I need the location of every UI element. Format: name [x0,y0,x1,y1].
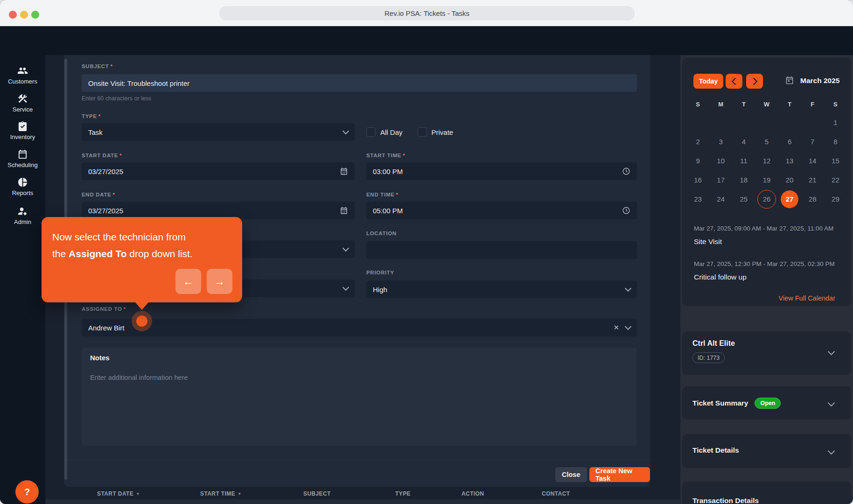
end-time-input[interactable]: 05:00 PM [366,202,637,219]
close-button[interactable]: Close [555,467,587,482]
calendar-day-26[interactable]: 26 [755,189,778,209]
clock-icon[interactable] [622,206,630,215]
calendar-day-10[interactable]: 10 [709,151,732,170]
private-checkbox[interactable] [418,127,427,137]
sidebar-item-service[interactable]: Service [0,93,45,113]
calendar-day-14[interactable]: 14 [801,151,824,170]
calendar-day-24[interactable]: 24 [709,189,732,209]
calendar-next-button[interactable] [746,74,763,89]
column-header-type: TYPE [395,490,411,497]
assigned-to-select[interactable]: Andrew Birt ✕ [82,319,637,336]
calendar-day-23[interactable]: 23 [686,189,709,209]
start-date-input[interactable]: 03/27/2025 [82,162,355,180]
calendar-day-7[interactable]: 7 [801,132,824,151]
clock-icon[interactable] [622,167,630,175]
notes-textarea[interactable]: Notes Enter additional information here [82,348,637,446]
tooltip-line2-pre: the [52,248,69,259]
calendar-day-16[interactable]: 16 [686,170,709,189]
window-zoom-icon[interactable] [31,11,39,19]
sidebar-item-scheduling[interactable]: Scheduling [0,149,45,168]
type-select[interactable]: Task [82,123,355,141]
transaction-details-title: Transaction Details [692,497,759,504]
calendar-day-21[interactable]: 21 [801,170,824,189]
tour-next-button[interactable]: → [207,269,232,294]
chevron-right-icon [750,77,757,85]
all-day-checkbox[interactable] [366,127,376,137]
person-gear-icon [17,206,28,217]
calendar-day-5[interactable]: 5 [755,132,778,151]
end-time-label-text: END TIME [366,192,395,197]
calendar-day-9[interactable]: 9 [686,151,709,170]
calendar-day-19[interactable]: 19 [755,170,778,189]
company-card: Ctrl Alt Elite ID: 1773 [682,331,851,375]
calendar-day-18[interactable]: 18 [732,170,755,189]
view-full-calendar-link[interactable]: View Full Calendar [779,294,835,302]
calendar-day-8[interactable]: 8 [824,132,847,151]
calendar-prev-button[interactable] [726,74,742,89]
assigned-to-label-text: ASSIGNED TO [82,306,122,312]
assigned-to-value: Andrew Birt [88,324,125,332]
window-minimize-icon[interactable] [20,11,28,19]
chevron-down-icon [625,285,631,292]
create-new-task-button[interactable]: Create New Task [589,467,650,482]
calendar-icon[interactable] [340,206,348,215]
left-sidebar: CustomersServiceInventorySchedulingRepor… [0,55,45,504]
today-button[interactable]: Today [693,74,723,89]
sidebar-item-inventory[interactable]: Inventory [0,121,45,140]
sidebar-item-admin[interactable]: Admin [0,206,45,225]
calendar-day-15[interactable]: 15 [824,151,847,170]
calendar-day-11[interactable]: 11 [732,151,755,170]
app-window: Rev.io PSA: Tickets - Tasks Send Feedbac… [0,0,853,504]
calendar-day-4[interactable]: 4 [732,132,755,151]
event-title[interactable]: Site Visit [694,238,722,246]
subject-label-text: SUBJECT [82,63,109,69]
subject-input[interactable]: Onsite Visit: Troubleshoot printer [82,74,637,92]
tour-pulse-beacon[interactable] [132,311,152,331]
calendar-day-12[interactable]: 12 [755,151,778,170]
column-header-action: ACTION [461,490,484,497]
event-time: Mar 27, 2025, 09:00 AM - Mar 27, 2025, 1… [694,225,833,232]
tour-pulse-dot [136,315,147,327]
window-close-icon[interactable] [9,11,17,19]
calendar-day-22[interactable]: 22 [824,170,847,189]
sidebar-item-reports[interactable]: Reports [0,177,45,196]
calendar-day-20[interactable]: 20 [778,170,801,189]
priority-label: PRIORITY [366,270,394,275]
tour-tooltip-text: Now select the technician from the Assig… [52,229,234,262]
calendar-day-28[interactable]: 28 [801,189,824,209]
calendar-day-13[interactable]: 13 [778,151,801,170]
event-title[interactable]: Critical follow up [694,273,747,281]
chevron-down-icon[interactable] [828,399,835,407]
sort-arrow-icon: ▾ [238,491,241,496]
location-input[interactable] [366,241,637,259]
type-value: Task [88,128,103,136]
tour-back-button[interactable]: ← [175,269,201,294]
modal-footer: Close Create New Task [64,460,650,487]
priority-select[interactable]: High [366,280,637,298]
calendar-day-3[interactable]: 3 [709,132,732,151]
column-header-start-date[interactable]: START DATE▾ [97,490,139,497]
end-date-value: 03/27/2025 [88,207,123,215]
calendar-day-25[interactable]: 25 [732,189,755,209]
calendar-day-2[interactable]: 2 [686,132,709,151]
priority-value: High [373,286,387,294]
calendar-day-17[interactable]: 17 [709,170,732,189]
calendar-icon[interactable] [340,167,348,175]
chevron-down-icon[interactable] [828,448,835,455]
help-button[interactable]: ? [15,480,39,504]
column-header-start-time[interactable]: START TIME▾ [200,490,241,497]
sidebar-item-customers[interactable]: Customers [0,65,45,85]
clear-icon[interactable]: ✕ [613,323,619,332]
sidebar-item-label: Service [13,106,33,113]
start-time-input[interactable]: 03:00 PM [366,162,637,180]
calendar-day-29[interactable]: 29 [824,189,847,209]
ticket-details-title: Ticket Details [692,446,739,455]
calendar-day-1[interactable]: 1 [824,113,847,132]
chevron-down-icon [343,128,349,134]
assigned-to-label: ASSIGNED TO* [82,306,126,312]
ticket-summary-title: Ticket Summary [692,399,748,407]
chevron-down-icon[interactable] [828,348,835,356]
calendar-day-6[interactable]: 6 [778,132,801,151]
calendar-day-27[interactable]: 27 [778,189,801,209]
arrow-left-icon: ← [183,275,194,288]
